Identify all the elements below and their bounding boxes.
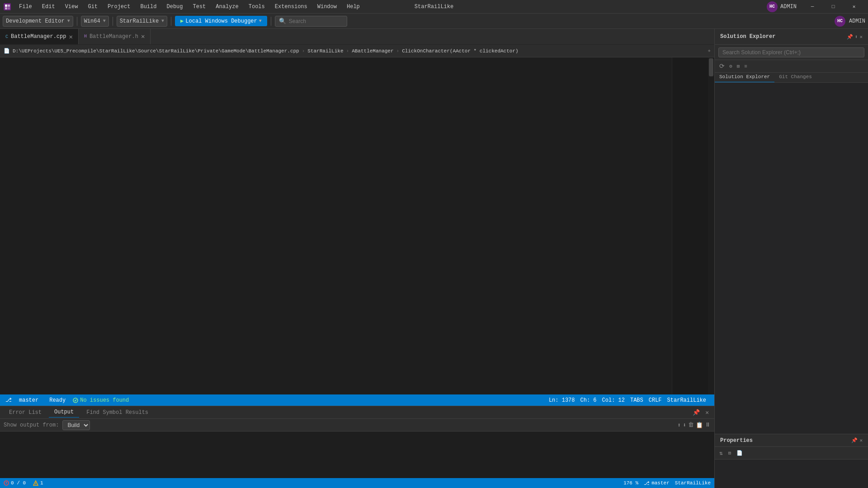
toolbar-sep-4 xyxy=(271,17,271,26)
breadcrumb-method[interactable]: ClickOnCharacter(AActor * clickedActor) xyxy=(402,48,518,54)
se-view-btn[interactable]: ⊞ xyxy=(735,62,742,70)
properties-panel: Properties 📌 ✕ ⇅ ⊞ 📄 xyxy=(715,434,868,488)
menu-item-build[interactable]: Build xyxy=(136,2,161,12)
toolbar-username: ADMIN xyxy=(849,18,865,24)
solution-explorer: Solution Explorer 📌 ⬆ ✕ ⟳ ⚙ ⊞ ≡ Solution… xyxy=(714,29,868,488)
prop-sort-alpha[interactable]: ⇅ xyxy=(717,449,725,458)
output-pin[interactable]: 📌 xyxy=(691,409,702,416)
git-branch[interactable]: master xyxy=(19,397,38,404)
svg-rect-3 xyxy=(8,7,10,9)
output-content xyxy=(0,432,714,478)
line-numbers xyxy=(0,57,27,394)
prop-close[interactable]: ✕ xyxy=(859,437,863,443)
prop-toolbar: ⇅ ⊞ 📄 xyxy=(715,447,868,460)
run-button[interactable]: ▶ Local Windows Debugger ▼ xyxy=(175,16,267,26)
status-encoding[interactable]: CRLF xyxy=(646,397,665,404)
properties-header: Properties 📌 ✕ xyxy=(715,434,868,447)
tab-battlemanager-h[interactable]: H BattleManager.h ✕ xyxy=(79,29,151,44)
svg-point-7 xyxy=(6,484,7,485)
se-maximize-btn[interactable]: ⬆ xyxy=(855,34,858,40)
se-pin-btn[interactable]: 📌 xyxy=(847,34,853,40)
breadcrumb-file[interactable]: 📄 xyxy=(4,48,10,54)
se-tab-git-changes[interactable]: Git Changes xyxy=(774,73,816,82)
tab-battlemanager-cpp[interactable]: C BattleManager.cpp ✕ xyxy=(0,29,79,44)
output-toolbar-btn1[interactable]: ⬆ xyxy=(677,422,681,429)
prop-pin[interactable]: 📌 xyxy=(851,437,858,443)
se-options-btn[interactable]: ≡ xyxy=(742,63,749,70)
bottom-bar: 0 / 0 1 176 % ⎇ master StarRailLike xyxy=(0,478,714,488)
status-tab[interactable]: TABS xyxy=(627,397,646,404)
bottom-project[interactable]: StarRailLike xyxy=(675,480,711,486)
menu-item-file[interactable]: File xyxy=(14,2,37,12)
output-close[interactable]: ✕ xyxy=(703,409,711,416)
output-source-select[interactable]: Build xyxy=(62,420,90,430)
toolbar: Development Editor ▼ Win64 ▼ StarRailLik… xyxy=(0,14,868,29)
bottom-warnings[interactable]: 1 xyxy=(33,480,43,486)
maximize-btn[interactable]: □ xyxy=(823,0,844,14)
status-line[interactable]: Ln: 1378 xyxy=(546,397,578,404)
svg-rect-0 xyxy=(5,5,7,7)
output-toolbar-btn2[interactable]: ⬇ xyxy=(683,422,686,429)
tab-find-results[interactable]: Find Symbol Results xyxy=(81,408,154,418)
menu-item-test[interactable]: Test xyxy=(189,2,211,12)
search-input[interactable] xyxy=(289,18,343,24)
tab-output[interactable]: Output xyxy=(49,407,79,418)
menu-item-edit[interactable]: Edit xyxy=(38,2,60,12)
code-editor[interactable] xyxy=(0,57,714,394)
title-bar: FileEditViewGitProjectBuildDebugTestAnal… xyxy=(0,0,868,14)
se-close-btn[interactable]: ✕ xyxy=(859,34,863,40)
config-dropdown[interactable]: Development Editor ▼ xyxy=(3,16,73,27)
minimap xyxy=(672,57,708,394)
breadcrumb-class[interactable]: ABattleManager xyxy=(352,48,393,54)
app-icon xyxy=(4,3,11,10)
se-header: Solution Explorer 📌 ⬆ ✕ xyxy=(715,29,868,45)
bottom-errors[interactable]: 0 / 0 xyxy=(4,480,26,486)
menu-item-project[interactable]: Project xyxy=(103,2,135,12)
menu-item-git[interactable]: Git xyxy=(83,2,102,12)
breadcrumb-project[interactable]: StarRailLike xyxy=(307,48,343,54)
prop-pages[interactable]: 📄 xyxy=(735,449,745,457)
bottom-git[interactable]: ⎇ master xyxy=(644,480,670,486)
se-tree[interactable] xyxy=(715,83,868,434)
se-search-input[interactable] xyxy=(718,47,864,57)
tab-close-cpp[interactable]: ✕ xyxy=(69,33,72,41)
tab-bar: C BattleManager.cpp ✕ H BattleManager.h … xyxy=(0,29,714,45)
svg-rect-1 xyxy=(8,5,10,7)
tab-error-list[interactable]: Error List xyxy=(4,408,47,418)
vertical-scrollbar[interactable] xyxy=(708,57,714,394)
toolbar-sep-2 xyxy=(113,17,113,26)
platform-dropdown[interactable]: Win64 ▼ xyxy=(81,16,109,27)
main-area: C BattleManager.cpp ✕ H BattleManager.h … xyxy=(0,29,868,488)
menu-item-window[interactable]: Window xyxy=(313,2,341,12)
se-search-bar xyxy=(715,45,868,60)
search-icon: 🔍 xyxy=(279,18,286,25)
menu-item-extensions[interactable]: Extensions xyxy=(270,2,312,12)
se-filter-btn[interactable]: ⚙ xyxy=(727,62,734,70)
zoom-level[interactable]: 176 % xyxy=(623,480,638,486)
status-col[interactable]: Ch: 6 xyxy=(578,397,599,404)
project-dropdown[interactable]: StarRailLike ▼ xyxy=(117,16,167,27)
search-box[interactable]: 🔍 xyxy=(275,16,347,27)
tab-close-h[interactable]: ✕ xyxy=(141,33,145,40)
add-file-btn[interactable]: + xyxy=(708,48,711,54)
output-toolbar: Show output from: Build ⬆ ⬇ 🗑 📋 ⏸ xyxy=(0,419,714,432)
output-toolbar-btn4[interactable]: 📋 xyxy=(696,422,703,429)
output-toolbar-btn3[interactable]: 🗑 xyxy=(688,422,694,429)
code-content[interactable] xyxy=(27,57,672,394)
breadcrumb-filepath[interactable]: D:\UEProjects\UE5_Precompile\StarRailLik… xyxy=(13,48,299,54)
title-center: StarRailLike xyxy=(415,4,453,10)
breadcrumb-bar: 📄 D:\UEProjects\UE5_Precompile\StarRailL… xyxy=(0,45,714,57)
minimize-btn[interactable]: ─ xyxy=(802,0,823,14)
se-sync-btn[interactable]: ⟳ xyxy=(717,61,726,71)
menu-item-view[interactable]: View xyxy=(61,2,83,12)
menu-item-analyze[interactable]: Analyze xyxy=(211,2,243,12)
menu-item-help[interactable]: Help xyxy=(342,2,364,12)
se-tab-solution-explorer[interactable]: Solution Explorer xyxy=(715,73,774,82)
close-btn[interactable]: ✕ xyxy=(844,0,864,14)
menu-item-tools[interactable]: Tools xyxy=(244,2,269,12)
prop-categorized[interactable]: ⊞ xyxy=(726,449,733,457)
menu-item-debug[interactable]: Debug xyxy=(162,2,187,12)
status-col2[interactable]: Col: 12 xyxy=(599,397,627,404)
output-toolbar-btn5[interactable]: ⏸ xyxy=(705,422,711,429)
status-project[interactable]: StarRailLike xyxy=(665,397,709,404)
